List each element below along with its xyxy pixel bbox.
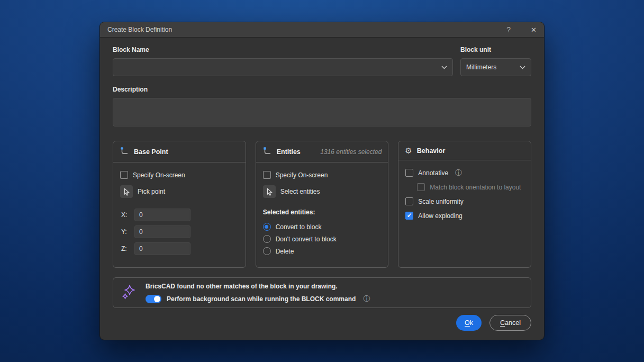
base-point-title: Base Point — [134, 148, 168, 156]
pick-point-button[interactable] — [120, 185, 133, 198]
selected-entities-group-label: Selected entities: — [263, 209, 382, 216]
coord-row-z: Z: — [121, 242, 239, 255]
entities-icon — [262, 147, 272, 157]
description-input[interactable] — [113, 98, 531, 126]
block-name-input[interactable] — [119, 64, 441, 71]
scale-uniformity-label: Scale uniformity — [418, 198, 463, 205]
description-label: Description — [113, 86, 531, 93]
dialog-title: Create Block Definition — [107, 26, 172, 33]
allow-exploding-label: Allow exploding — [418, 212, 462, 220]
allow-exploding-row[interactable]: Allow exploding — [405, 212, 524, 220]
background-scan-toggle[interactable] — [146, 295, 161, 303]
entities-specify-onscreen-label: Specify On-screen — [276, 171, 328, 179]
x-coordinate-input[interactable] — [134, 209, 191, 221]
scan-result-message: BricsCAD found no other matches of the b… — [146, 283, 522, 290]
close-button[interactable]: ✕ — [531, 26, 537, 33]
dont-convert-radio[interactable] — [263, 235, 271, 243]
help-button[interactable]: ? — [506, 26, 511, 33]
convert-to-block-label: Convert to block — [276, 223, 322, 231]
behavior-title: Behavior — [417, 147, 446, 155]
match-orientation-row[interactable]: Match block orientation to layout — [417, 183, 524, 191]
entities-panel: Entities 1316 entities selected Specify … — [256, 141, 389, 268]
coord-row-x: X: — [121, 209, 239, 221]
info-icon: ⓘ — [363, 295, 370, 302]
cursor-icon — [123, 188, 130, 196]
match-orientation-checkbox[interactable] — [417, 183, 425, 191]
radio-dont-convert[interactable]: Don't convert to block — [263, 235, 382, 243]
specify-onscreen-label: Specify On-screen — [133, 171, 185, 179]
entities-title: Entities — [277, 148, 301, 156]
block-unit-value: Millimeters — [466, 64, 520, 71]
delete-radio[interactable] — [263, 247, 271, 255]
x-axis-label: X: — [121, 211, 129, 219]
pick-point-label: Pick point — [138, 188, 165, 195]
y-coordinate-input[interactable] — [134, 225, 191, 238]
annotative-checkbox[interactable] — [405, 169, 413, 177]
radio-delete[interactable]: Delete — [263, 247, 382, 255]
dialog-actions: Ok Cancel — [113, 315, 531, 331]
cursor-icon — [266, 188, 273, 196]
select-entities-row[interactable]: Select entities — [263, 185, 382, 198]
specify-onscreen-checkbox[interactable] — [120, 171, 128, 179]
info-icon: ⓘ — [455, 169, 462, 176]
chevron-down-icon[interactable] — [520, 66, 525, 69]
y-axis-label: Y: — [121, 228, 129, 236]
entities-specify-onscreen-row[interactable]: Specify On-screen — [263, 171, 382, 179]
select-entities-label: Select entities — [280, 188, 320, 195]
entities-specify-onscreen-checkbox[interactable] — [263, 171, 271, 179]
scale-uniformity-row[interactable]: Scale uniformity — [405, 197, 524, 205]
annotative-label: Annotative — [418, 169, 448, 177]
create-block-dialog: Create Block Definition ? ✕ Block Name — [99, 22, 545, 340]
chevron-down-icon[interactable] — [441, 66, 447, 69]
convert-to-block-radio[interactable] — [263, 223, 271, 231]
dialog-titlebar[interactable]: Create Block Definition ? ✕ — [100, 22, 544, 38]
annotative-row[interactable]: Annotative ⓘ — [405, 169, 524, 177]
cancel-button[interactable]: Cancel — [489, 315, 531, 331]
sparkles-icon — [122, 284, 137, 302]
delete-label: Delete — [276, 248, 294, 255]
block-unit-select[interactable]: Millimeters — [460, 58, 531, 76]
block-name-label: Block Name — [113, 46, 453, 53]
background-scan-panel: BricsCAD found no other matches of the b… — [113, 277, 531, 308]
base-point-panel: Base Point Specify On-screen Pick point — [113, 141, 246, 268]
pick-point-row[interactable]: Pick point — [120, 185, 239, 198]
block-unit-label: Block unit — [460, 46, 531, 53]
behavior-panel: ⚙ Behavior Annotative ⓘ Match block orie… — [398, 141, 531, 268]
z-axis-label: Z: — [121, 245, 129, 252]
block-name-combobox[interactable] — [113, 58, 453, 76]
match-orientation-label: Match block orientation to layout — [430, 184, 521, 191]
allow-exploding-checkbox[interactable] — [405, 212, 413, 220]
coord-row-y: Y: — [121, 225, 239, 238]
scale-uniformity-checkbox[interactable] — [405, 197, 413, 205]
radio-convert-to-block[interactable]: Convert to block — [263, 223, 382, 231]
dialog-content: Block Name Block unit Millimeters — [100, 46, 544, 331]
gear-icon: ⚙ — [405, 147, 412, 155]
base-point-icon — [120, 147, 129, 157]
background-scan-label: Perform background scan while running th… — [167, 295, 356, 303]
select-entities-button[interactable] — [263, 185, 276, 198]
z-coordinate-input[interactable] — [134, 242, 191, 255]
specify-onscreen-row[interactable]: Specify On-screen — [120, 171, 239, 179]
desktop-background: Create Block Definition ? ✕ Block Name — [0, 0, 644, 362]
dont-convert-label: Don't convert to block — [276, 236, 337, 243]
ok-button[interactable]: Ok — [456, 315, 482, 331]
entities-selected-count: 1316 entities selected — [320, 148, 382, 156]
